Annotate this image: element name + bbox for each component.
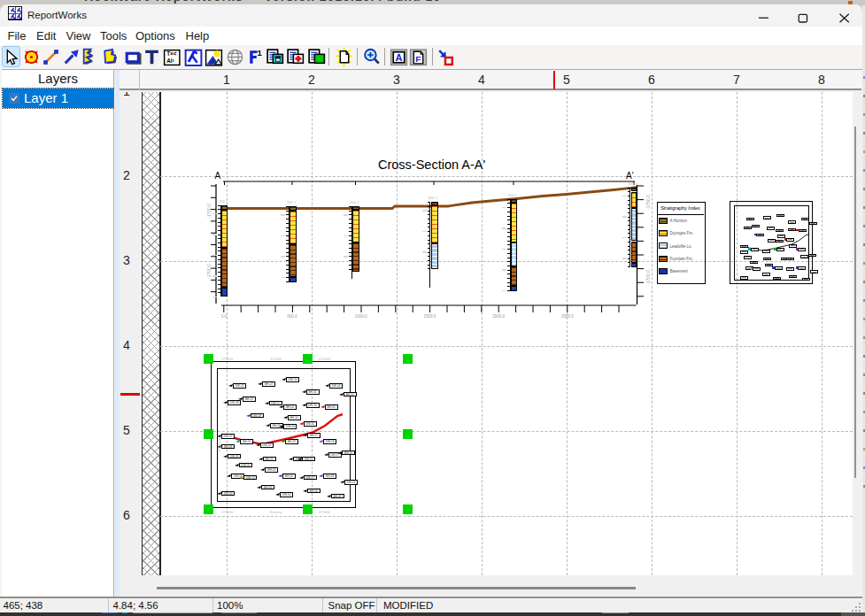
svg-text:T×<: T×< (166, 50, 176, 57)
svg-text:Al›: Al› (166, 57, 174, 63)
svg-text:1: 1 (257, 48, 261, 58)
svg-text:A: A (395, 51, 402, 62)
svg-text:F: F (415, 53, 421, 63)
